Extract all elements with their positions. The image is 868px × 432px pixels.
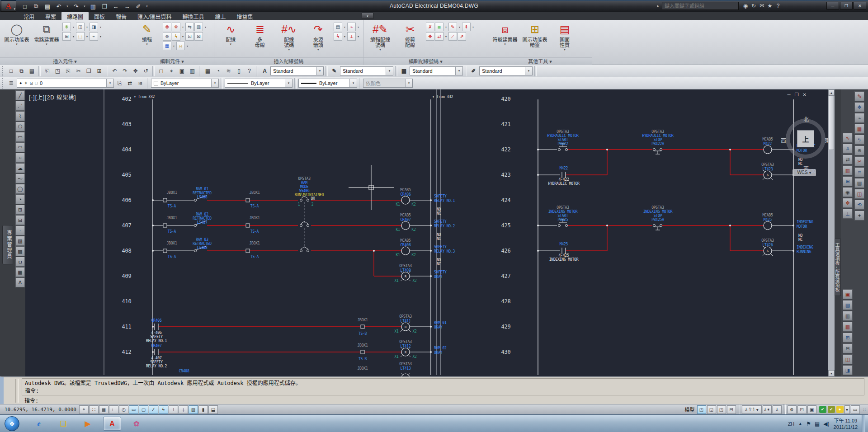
insert-block-icon[interactable]: ⊞ (15, 205, 25, 215)
drawing-canvas[interactable]: RRRGG↑ from 332↑ from 332402403404405406… (25, 89, 828, 376)
ribbon-small-button[interactable]: ◨ (90, 23, 98, 31)
dropdown-icon[interactable]: ▾ (181, 23, 185, 31)
scrollbar-thumb[interactable] (829, 96, 834, 150)
point-icon[interactable]: · (15, 225, 25, 235)
dropdown-icon[interactable]: ▾ (181, 32, 185, 41)
ribbon-small-button[interactable]: ⊞ (62, 32, 71, 41)
trusted-dwg-icon[interactable]: ✔ (819, 406, 826, 413)
clean-screen-button[interactable]: ▭ (851, 405, 860, 414)
line-icon[interactable]: ╱ (15, 90, 25, 100)
vertical-scrollbar[interactable]: ▲ ▼ (828, 89, 835, 376)
infocenter-search-input[interactable] (662, 2, 739, 10)
toolbar-icon-9[interactable]: ↶ (110, 66, 119, 76)
toolbar-icon-5[interactable]: ⎘ (63, 66, 73, 76)
dropdown-icon[interactable]: ▾ (343, 23, 347, 31)
ellipse-icon[interactable]: ◯ (15, 184, 25, 194)
arc-icon[interactable]: ◠ (15, 142, 25, 152)
dropdown-icon[interactable]: ▾ (85, 23, 89, 31)
ribbon-small-button[interactable]: ϟ (334, 32, 342, 41)
dock-tool-icon[interactable]: ✎ (854, 91, 864, 101)
infer-constraints-toggle[interactable]: ⌖ (79, 405, 89, 414)
ribbon-small-button[interactable]: ⬚ (76, 32, 85, 41)
workspace-gear-icon[interactable]: ⚙ (788, 405, 797, 414)
toolbar-icon-18[interactable]: ◔ (213, 66, 223, 76)
dropdown-icon[interactable]: ▾ (99, 23, 103, 31)
dynamic-input-toggle[interactable]: ⊥ (169, 405, 178, 414)
viewcube-west[interactable]: 西 (781, 136, 786, 144)
toolbar-icon-21[interactable]: ? (245, 66, 254, 76)
dock-tool-icon[interactable]: ✥ (843, 198, 853, 208)
taskbar-paint[interactable]: ✿ (127, 417, 146, 431)
dropdown-icon[interactable]: ▾ (185, 42, 189, 50)
dock-tool-icon[interactable]: ✂ (854, 156, 864, 166)
lineweight-display-toggle[interactable]: ＋ (179, 405, 188, 414)
ribbon-panel-title[interactable]: 插入配線號碼 (214, 57, 363, 65)
layout-tabs-button[interactable]: ⊟ (727, 405, 736, 414)
toolbar-icon-1[interactable]: ⧉ (17, 66, 26, 76)
ribbon-small-button[interactable]: ⇗ (458, 32, 466, 41)
ribbon-small-button[interactable]: ⌁ (90, 32, 98, 41)
snap-mode-toggle[interactable]: ⸬ (89, 405, 99, 414)
polar-tracking-toggle[interactable]: ◷ (119, 405, 128, 414)
start-button[interactable]: ❖ (5, 416, 19, 431)
toolbar-icon-12[interactable]: ↺ (141, 66, 151, 76)
drawing-properties-button[interactable]: ▤圖面性質▾ (551, 22, 579, 55)
toolbar-icon-14[interactable]: ⌖ (167, 66, 176, 76)
quick-view-layouts-button[interactable]: ◱ (707, 405, 716, 414)
tab-面板[interactable]: 面板 (89, 12, 110, 20)
dock-tool-icon[interactable]: ⌁ (854, 113, 864, 123)
tab-線路圖[interactable]: 線路圖 (61, 12, 89, 20)
region-icon[interactable]: ◘ (15, 257, 25, 267)
dim-style-icon[interactable]: ✎ (330, 66, 339, 76)
maximize-button[interactable]: ❐ (840, 2, 853, 9)
circuit-builder-button[interactable]: ⧉電路建置器▾ (33, 22, 61, 55)
layer-tool-icon-1[interactable]: ⇄ (125, 79, 135, 88)
taskbar-clock[interactable]: 下午 11:09 2011/11/12 (834, 418, 858, 430)
dock-tool-icon[interactable]: ϟ (854, 135, 864, 145)
tray-expand-icon[interactable]: ▲ (798, 422, 802, 426)
selection-cycling-toggle[interactable]: ⬓ (208, 405, 218, 414)
viewcube-top-face[interactable]: 上 (797, 130, 814, 147)
toolbar-icon-6[interactable]: ✂ (74, 66, 83, 76)
dim-style-combo[interactable]: Standard▾ (340, 66, 393, 75)
layer-tool-icon-0[interactable]: ⎘ (115, 79, 124, 88)
table-style-icon[interactable]: ▦ (399, 66, 409, 76)
edit-button[interactable]: ✎編輯▾ (133, 22, 161, 55)
dock-tool-icon[interactable]: ▤ (843, 300, 853, 310)
viewcube-east[interactable]: 東 (825, 136, 828, 144)
object-snap-tracking-toggle[interactable]: ∠ (149, 405, 158, 414)
taskbar-autocad[interactable]: A (103, 417, 121, 431)
ribbon-small-button[interactable]: ✥ (426, 32, 434, 41)
mleader-style-icon[interactable]: ✐ (469, 66, 478, 76)
icon-menu-button[interactable]: ◯圖示功能表▾ (3, 22, 31, 55)
mleader-style-combo[interactable]: Standard▾ (479, 66, 533, 75)
dock-tool-icon[interactable]: ⟲ (854, 200, 864, 210)
network-icon[interactable]: ▤ (815, 421, 820, 427)
toolbar-icon-0[interactable]: □ (6, 66, 16, 76)
ribbon-small-button[interactable]: ⇞ (462, 23, 471, 31)
dropdown-icon[interactable]: ▾ (471, 23, 475, 31)
dock-tool-icon[interactable]: ◫ (854, 189, 864, 199)
tab-轉換工具[interactable]: 轉換工具 (177, 12, 209, 20)
dock-tool-icon[interactable]: ⊟ (843, 343, 853, 353)
dropdown-icon[interactable]: ▾ (444, 32, 448, 41)
ribbon-small-button[interactable]: ⇄ (435, 32, 443, 41)
action-center-icon[interactable]: ⚑ (806, 421, 811, 427)
hatch-icon[interactable]: ▨ (15, 236, 25, 246)
ribbon-small-button[interactable]: ✗ (426, 23, 434, 31)
ribbon-panel-title[interactable]: 編輯配線號碼 ▾ (363, 57, 488, 65)
revcloud-icon[interactable]: ☁ (15, 163, 25, 173)
dock-tool-icon[interactable]: # (843, 144, 853, 154)
ribbon-small-button[interactable]: ⊡ (185, 32, 194, 41)
infocenter-collapse-icon[interactable]: ▸ (657, 4, 659, 8)
ribbon-small-button[interactable]: ▤ (334, 23, 342, 31)
dropdown-icon[interactable]: ▾ (356, 32, 360, 41)
icon-menu-wizard-button[interactable]: ⊞圖示功能表精靈 (521, 22, 549, 55)
dock-tool-icon[interactable]: ⊥ (843, 209, 853, 219)
toolbar-icon-13[interactable]: ◻ (156, 66, 166, 76)
polygon-icon[interactable]: ⬠ (15, 122, 25, 131)
ribbon-small-button[interactable]: ⟋ (448, 32, 457, 41)
ribbon-panel-title[interactable]: 插入元件 ▾ (0, 57, 130, 65)
tab-常用[interactable]: 常用 (18, 12, 40, 20)
layer-tool-icon-2[interactable]: ≋ (136, 79, 145, 88)
